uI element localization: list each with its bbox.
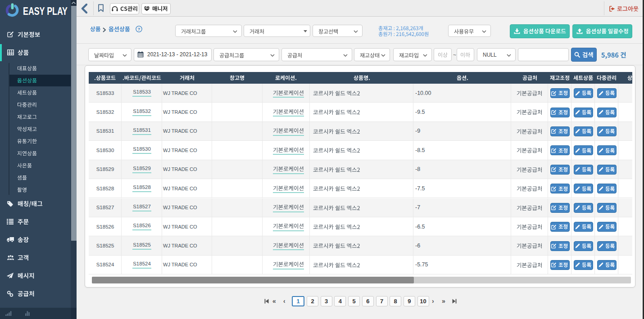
- svg-text:EASY PLAY: EASY PLAY: [23, 5, 68, 16]
- svg-text:?: ?: [138, 27, 141, 31]
